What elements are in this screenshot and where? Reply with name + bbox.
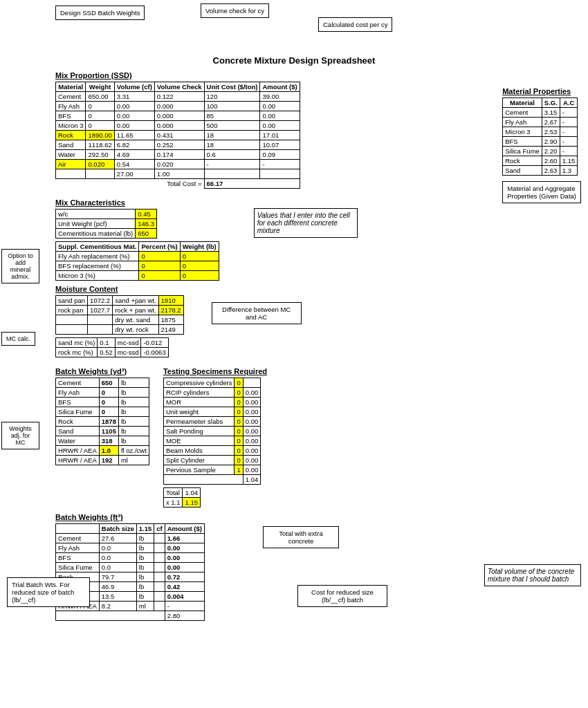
table-row: dry wt. rock2149	[56, 325, 184, 335]
cost-reduced-label: Cost for reduced size (lb/__cf) batch	[297, 585, 387, 607]
option-mineral-label: Option to add mineral admix.	[1, 249, 39, 283]
table-row: Silica Fume0.0lb0.00	[56, 563, 205, 572]
table-row: MOE00.00	[163, 436, 260, 446]
table-row: Beam Molds00.00	[163, 446, 260, 456]
table-row: 2.80	[56, 611, 205, 621]
total-x11-table: Total1.04 x 1.11.15	[163, 487, 201, 507]
table-row: Fly Ash0lb	[56, 388, 149, 398]
total-with-extra-label: Total with extra concrete	[263, 526, 339, 548]
page: Design SSD Batch Weights Volume check fo…	[0, 0, 588, 628]
table-row: Fly Ash replacement (%)00	[56, 252, 219, 261]
table-row: Micron 300.000.0005000.00	[56, 121, 300, 131]
design-ssd-label: Design SSD Batch Weights	[55, 6, 145, 20]
testing-specimens-title: Testing Specimens Required	[163, 367, 267, 375]
table-row: Cement650.003.310.12212039.00	[56, 92, 300, 102]
mc-calc-label: MC calc.	[1, 332, 35, 346]
table-row: HRWR / AEA192ml	[56, 456, 149, 465]
table-row: rock mc (%)0.52mc-ssd-0.0063	[56, 348, 169, 357]
table-row: Unit weight00.00	[163, 407, 260, 417]
table-row: HRWR / AEA1.0fl oz./cwt	[56, 446, 149, 456]
table-row: Split Cylinder00.00	[163, 456, 260, 465]
table-row: Cement3.15-	[503, 108, 578, 118]
table-row: Salt Ponding00.00	[163, 427, 260, 436]
table-row: Rock2.601.15	[503, 156, 578, 166]
moisture-content-table: sand pan1072.2sand +pan wt.1910 rock pan…	[55, 295, 184, 335]
total-cost-row: Total Cost = 66.17	[56, 179, 300, 189]
table-row: Rock1878lb	[56, 417, 149, 427]
material-properties-table: MaterialS.G.A.C Cement3.15- Fly Ash2.67-…	[502, 97, 578, 176]
table-row: Water292.504.690.1740.60.09	[56, 150, 300, 160]
table-row: RCIP cylinders00.00	[163, 388, 260, 398]
trial-batch-label: Trial Batch Wts. For reduced size of bat…	[7, 577, 90, 607]
table-row: Fly Ash00.000.0001000.00	[56, 102, 300, 111]
table-row: Permeameter slabs00.00	[163, 417, 260, 427]
mix-char-table: w/c0.45 Unit Weight (pcf)146.3 Cementiti…	[55, 209, 157, 239]
table-row: Silica Fume2.20-	[503, 147, 578, 156]
table-row: Sand1105lb	[56, 427, 149, 436]
table-row: Sand1118.626.820.2521810.07	[56, 140, 300, 150]
table-row: Total1.04	[163, 488, 200, 498]
table-row: Micron 32.53-	[503, 127, 578, 137]
table-row: Cement27.6lb1.66	[56, 534, 205, 543]
table-row: Fly Ash0.0lb0.00	[56, 543, 205, 553]
moisture-content-title: Moisture Content	[55, 285, 581, 293]
table-row: w/c0.45	[56, 209, 157, 219]
calc-cost-label: Calculated cost per cy	[318, 17, 392, 32]
table-row: Silica Fume0lb	[56, 407, 149, 417]
table-row: Cementitious material (lb)650	[56, 229, 157, 239]
mix-proportion-title: Mix Proportion (SSD)	[55, 71, 581, 80]
table-row: Compressive cylinders0	[163, 378, 260, 388]
suppl-cem-table: Suppl. Cementitious Mat. Percent (%) Wei…	[55, 241, 219, 281]
testing-specimens-table: Compressive cylinders0 RCIP cylinders00.…	[163, 378, 261, 485]
values-note: Values that I enter into the cell for ea…	[254, 208, 358, 238]
table-row: rock pan1027.7rock + pan wt.2178.2	[56, 306, 184, 315]
material-properties-title: Material Properties	[502, 87, 581, 95]
table-row: BFS0lb	[56, 398, 149, 407]
table-row: sand pan1072.2sand +pan wt.1910	[56, 296, 184, 306]
table-row: Air0.0200.540.020--	[56, 160, 300, 169]
table-row: Cement650lb	[56, 378, 149, 388]
table-row: BFS0.0lb0.00	[56, 553, 205, 563]
total-volume-note: Total volume of the concrete mixture tha…	[484, 564, 581, 586]
table-row: sand mc (%)0.1mc-ssd-0.012	[56, 338, 169, 348]
main-title: Concrete Mixture Design Spreadsheet	[7, 55, 581, 66]
batch-yd3-table: Cement650lb Fly Ash0lb BFS0lb Silica Fum…	[55, 378, 149, 465]
weights-adj-label: Weights adj. for MC	[1, 422, 39, 449]
table-row: dry wt. sand1875	[56, 315, 184, 325]
table-row: 1.04	[163, 475, 260, 485]
table-row: Unit Weight (pcf)146.3	[56, 219, 157, 229]
table-row: Micron 3 (%)00	[56, 271, 219, 281]
table-row: BFS replacement (%)00	[56, 261, 219, 271]
table-row: BFS00.000.000850.00	[56, 111, 300, 121]
batch-ft3-title: Batch Weights (ft³)	[55, 513, 581, 521]
mix-char-title: Mix Characteristics	[55, 198, 219, 207]
table-row: Water318lb	[56, 436, 149, 446]
table-row: Sand2.631.3	[503, 166, 578, 176]
table-row: 27.001.00	[56, 169, 300, 179]
table-row: Pervious Sample10.00	[163, 465, 260, 475]
mc-rows-table: sand mc (%)0.1mc-ssd-0.012 rock mc (%)0.…	[55, 337, 169, 357]
table-row: Rock1890.0011.650.4311817.01	[56, 131, 300, 140]
table-row: x 1.11.15	[163, 498, 200, 507]
material-aggregate-label: Material and AggregateProperties (Given …	[502, 181, 581, 203]
diff-mc-ac-label: Difference between MC and AC	[212, 302, 302, 324]
table-row: BFS2.90-	[503, 137, 578, 147]
volume-check-label: Volume check for cy	[201, 3, 269, 18]
table-row: Fly Ash2.67-	[503, 118, 578, 127]
material-properties-panel: Material Properties MaterialS.G.A.C Ceme…	[502, 83, 581, 203]
batch-yd3-title: Batch Weights (yd³)	[55, 367, 149, 375]
table-row: MOR00.00	[163, 398, 260, 407]
mix-proportion-table: Material Weight Volume (cf) Volume Check…	[55, 82, 300, 189]
